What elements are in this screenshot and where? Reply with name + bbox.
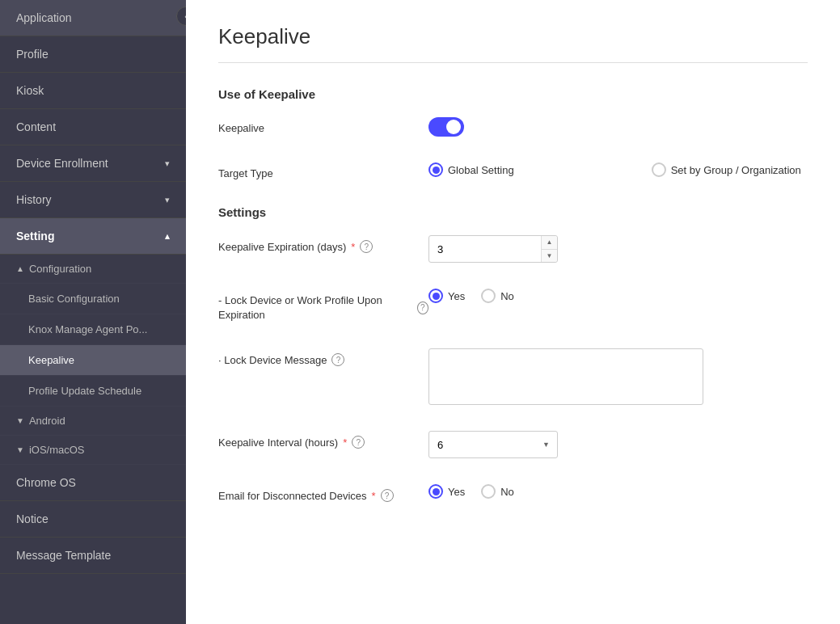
- keepalive-toggle-row: Keepalive: [218, 117, 808, 143]
- section-settings-title: Settings: [218, 205, 808, 219]
- lock-device-row: - Lock Device or Work Profile Upon Expir…: [218, 289, 808, 329]
- interval-label-text: Keepalive Interval (hours): [218, 436, 338, 449]
- radio-global-label: Global Setting: [448, 164, 514, 176]
- sidebar-item-keepalive[interactable]: Keepalive: [0, 345, 186, 376]
- radio-org-label: Set by Group / Organization: [671, 164, 801, 176]
- expiration-control: 3 ▲ ▼: [428, 235, 808, 263]
- interval-row: Keepalive Interval (hours) * ? 6 12 24: [218, 431, 808, 465]
- sidebar-item-profile-update-schedule[interactable]: Profile Update Schedule: [0, 376, 186, 407]
- radio-lock-no-circle[interactable]: [481, 289, 496, 303]
- keepalive-toggle-control: [428, 117, 808, 137]
- expiration-spinner: 3 ▲ ▼: [428, 235, 558, 263]
- sidebar-group-label: Android: [29, 415, 65, 427]
- expiration-help-icon[interactable]: ?: [360, 240, 373, 253]
- sidebar-item-label: Profile Update Schedule: [28, 385, 141, 397]
- sidebar-group-android[interactable]: ▼ Android: [0, 407, 186, 436]
- sidebar-item-label: Setting: [16, 230, 54, 242]
- radio-lock-no-label: No: [500, 290, 514, 302]
- chevron-down-icon: ▼: [16, 445, 24, 454]
- title-divider: [218, 62, 808, 63]
- sidebar-group-configuration[interactable]: ▲ Configuration: [0, 255, 186, 284]
- radio-email-no[interactable]: No: [481, 484, 514, 499]
- sidebar-item-setting[interactable]: Setting ▴: [0, 218, 186, 255]
- expiration-label-text: Keepalive Expiration (days): [218, 241, 346, 253]
- sidebar-item-label: Application: [16, 11, 72, 24]
- radio-lock-yes[interactable]: Yes: [428, 289, 465, 303]
- lock-device-label: - Lock Device or Work Profile Upon Expir…: [218, 289, 428, 323]
- sidebar-item-notice[interactable]: Notice: [0, 501, 186, 538]
- sidebar-item-label: Device Enrollment: [16, 157, 108, 170]
- sidebar-item-history[interactable]: History ▾: [0, 182, 186, 218]
- target-type-label-text: Target Type: [218, 167, 273, 179]
- radio-email-yes[interactable]: Yes: [428, 484, 465, 499]
- required-marker: *: [343, 436, 347, 449]
- radio-lock-yes-label: Yes: [448, 290, 465, 302]
- sidebar-item-label: History: [16, 193, 52, 206]
- main-content: Keepalive Use of Keepalive Keepalive Tar…: [186, 0, 840, 624]
- sidebar-item-message-template[interactable]: Message Template: [0, 538, 186, 574]
- radio-org-setting[interactable]: Set by Group / Organization: [652, 162, 801, 177]
- page-title: Keepalive: [218, 24, 808, 49]
- lock-message-label: · Lock Device Message ?: [218, 348, 428, 366]
- lock-message-row: · Lock Device Message ?: [218, 348, 808, 411]
- sidebar-item-profile[interactable]: Profile: [0, 36, 186, 73]
- lock-device-label-text: - Lock Device or Work Profile Upon Expir…: [218, 293, 409, 323]
- expiration-input[interactable]: 3: [429, 236, 541, 262]
- radio-global-setting[interactable]: Global Setting: [428, 162, 514, 177]
- radio-lock-no[interactable]: No: [481, 289, 514, 303]
- lock-device-help-icon[interactable]: ?: [417, 301, 428, 314]
- sidebar-item-device-enrollment[interactable]: Device Enrollment ▾: [0, 145, 186, 182]
- radio-email-yes-circle[interactable]: [428, 484, 443, 499]
- expiration-spin-up[interactable]: ▲: [542, 236, 557, 250]
- sidebar-item-label: Content: [16, 120, 56, 133]
- chevron-down-icon: ▾: [165, 158, 170, 169]
- interval-help-icon[interactable]: ?: [352, 436, 365, 449]
- lock-device-control: Yes No: [428, 289, 808, 303]
- keepalive-label: Keepalive: [218, 117, 428, 134]
- sidebar-item-label: Profile: [16, 48, 49, 61]
- lock-message-help-icon[interactable]: ?: [331, 353, 344, 366]
- radio-org-circle[interactable]: [652, 162, 666, 177]
- sidebar-item-label: Chrome OS: [16, 476, 76, 489]
- sidebar-item-content[interactable]: Content: [0, 109, 186, 145]
- chevron-down-icon: ▾: [165, 195, 170, 205]
- sidebar-item-application[interactable]: Application: [0, 0, 186, 36]
- sidebar-item-label: Kiosk: [16, 84, 44, 97]
- radio-lock-yes-circle[interactable]: [428, 289, 443, 303]
- email-label-text: Email for Disconnected Devices: [218, 490, 367, 502]
- expiration-row: Keepalive Expiration (days) * ? 3 ▲ ▼: [218, 235, 808, 269]
- radio-global-circle[interactable]: [428, 162, 443, 177]
- sidebar-item-chrome-os[interactable]: Chrome OS: [0, 465, 186, 501]
- section-use-of-keepalive-title: Use of Keepalive: [218, 87, 808, 101]
- interval-label: Keepalive Interval (hours) * ?: [218, 431, 428, 449]
- required-marker: *: [351, 241, 355, 253]
- email-control: Yes No: [428, 484, 808, 499]
- keepalive-toggle[interactable]: [428, 117, 464, 137]
- expiration-spin-down[interactable]: ▼: [542, 250, 557, 263]
- email-help-icon[interactable]: ?: [381, 489, 394, 502]
- sidebar-group-label: Configuration: [29, 263, 91, 275]
- sidebar-item-label: Notice: [16, 512, 49, 525]
- expiration-label: Keepalive Expiration (days) * ?: [218, 235, 428, 253]
- keepalive-label-text: Keepalive: [218, 122, 264, 134]
- sidebar-item-label: Knox Manage Agent Po...: [28, 323, 147, 335]
- radio-email-no-circle[interactable]: [481, 484, 496, 499]
- expiration-spinner-buttons: ▲ ▼: [541, 236, 557, 262]
- interval-select[interactable]: 6 12 24: [428, 431, 558, 458]
- chevron-up-icon: ▲: [16, 264, 24, 273]
- target-type-control: Global Setting Set by Group / Organizati…: [428, 162, 808, 177]
- target-type-label: Target Type: [218, 162, 428, 179]
- sidebar-item-label: Basic Configuration: [28, 293, 120, 305]
- sidebar-group-label: iOS/macOS: [29, 444, 85, 456]
- radio-email-yes-label: Yes: [448, 486, 465, 498]
- chevron-down-icon: ▼: [16, 416, 24, 425]
- target-type-row: Target Type Global Setting Set by Group …: [218, 162, 808, 186]
- interval-select-wrapper: 6 12 24: [428, 431, 558, 458]
- radio-email-no-label: No: [500, 486, 514, 498]
- interval-control: 6 12 24: [428, 431, 808, 458]
- sidebar-item-knox-manage-agent[interactable]: Knox Manage Agent Po...: [0, 314, 186, 345]
- sidebar-item-kiosk[interactable]: Kiosk: [0, 73, 186, 109]
- sidebar-item-basic-configuration[interactable]: Basic Configuration: [0, 284, 186, 314]
- sidebar-group-ios-macos[interactable]: ▼ iOS/macOS: [0, 436, 186, 465]
- lock-message-textarea[interactable]: [428, 348, 703, 405]
